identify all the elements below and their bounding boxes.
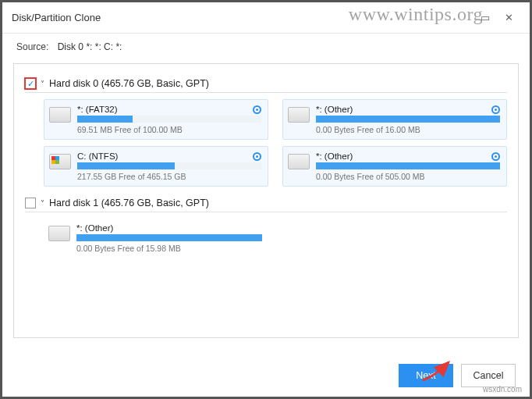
disk-checkbox[interactable] [25,198,36,208]
source-label: Source: [16,41,48,52]
partition-name: C: (NTFS) [77,151,261,161]
usage-bar [316,116,500,123]
chevron-down-icon[interactable]: ˅ [41,80,44,88]
disk-title: Hard disk 0 (465.76 GB, Basic, GPT) [49,78,209,89]
disk-icon [49,107,71,123]
partition-name: *: (Other) [76,223,262,233]
usage-bar [76,234,262,241]
cancel-button[interactable]: Cancel [461,364,516,387]
radio-selected-icon[interactable] [253,105,261,114]
next-button[interactable]: Next [399,364,453,387]
partition-name: *: (FAT32) [77,105,261,114]
disk-icon [288,107,310,123]
dialog-footer: Next Cancel [399,364,516,387]
radio-selected-icon[interactable] [491,105,500,114]
radio-selected-icon[interactable] [491,152,500,161]
disk-icon [48,226,70,241]
disk-icon [288,154,310,169]
partition-name: *: (Other) [316,105,500,114]
partition-item[interactable]: *: (Other) 0.00 Bytes Free of 505.00 MB [282,146,507,187]
source-value: Disk 0 *: *: C: *: [58,41,122,52]
partition-free: 69.51 MB Free of 100.00 MB [77,125,261,134]
disk-header[interactable]: ✓ ˅ Hard disk 0 (465.76 GB, Basic, GPT) [25,78,507,93]
disk-header[interactable]: ˅ Hard disk 1 (465.76 GB, Basic, GPT) [25,198,507,212]
titlebar: Disk/Partition Clone ▭ ✕ [2,2,530,34]
usage-bar [316,162,500,169]
maximize-button[interactable]: ▭ [473,12,497,23]
disk-title: Hard disk 1 (465.76 GB, Basic, GPT) [49,198,209,208]
partition-item[interactable]: *: (Other) 0.00 Bytes Free of 15.98 MB [44,219,268,258]
chevron-down-icon[interactable]: ˅ [41,199,44,208]
usage-bar [77,162,261,169]
disk-panel: ✓ ˅ Hard disk 0 (465.76 GB, Basic, GPT) … [13,63,519,338]
partition-grid: *: (Other) 0.00 Bytes Free of 15.98 MB [44,219,507,258]
disk-icon [49,154,71,169]
close-button[interactable]: ✕ [497,12,520,23]
partition-name: *: (Other) [316,151,500,161]
partition-item[interactable]: C: (NTFS) 217.55 GB Free of 465.15 GB [44,146,268,187]
window-title: Disk/Partition Clone [12,12,473,23]
partition-grid: *: (FAT32) 69.51 MB Free of 100.00 MB *:… [44,99,507,187]
usage-bar [77,116,261,123]
partition-item[interactable]: *: (FAT32) 69.51 MB Free of 100.00 MB [44,99,268,140]
radio-selected-icon[interactable] [253,152,261,161]
partition-free: 0.00 Bytes Free of 16.00 MB [316,125,500,134]
partition-item[interactable]: *: (Other) 0.00 Bytes Free of 16.00 MB [282,99,507,140]
partition-free: 0.00 Bytes Free of 505.00 MB [316,172,500,181]
source-row: Source: Disk 0 *: *: C: *: [2,34,530,63]
disk-checkbox[interactable]: ✓ [25,78,36,89]
partition-free: 217.55 GB Free of 465.15 GB [77,172,261,181]
partition-free: 0.00 Bytes Free of 15.98 MB [76,244,262,253]
